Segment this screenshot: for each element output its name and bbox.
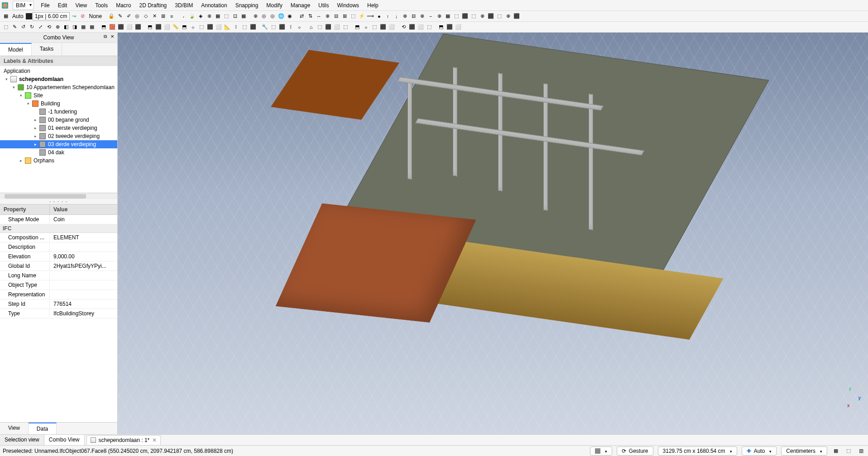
tb1-icon-33[interactable]: ●: [375, 12, 383, 20]
prop-group-ifc[interactable]: IFC: [0, 224, 117, 233]
tb1-icon-48[interactable]: ⊕: [504, 12, 512, 20]
tb1-icon-5[interactable]: ✕: [150, 12, 158, 20]
tb1-icon-14[interactable]: ⬚: [222, 12, 230, 20]
tb1-icon-45[interactable]: ⊕: [478, 12, 486, 20]
tree-item[interactable]: -1 fundering: [0, 108, 117, 116]
tb1-icon-20[interactable]: ◎: [269, 12, 277, 20]
tb2-icon-26[interactable]: ⬜: [215, 23, 223, 31]
tb2-icon-24[interactable]: ⬚: [197, 23, 206, 31]
tb2-icon-10[interactable]: ▦: [88, 23, 96, 31]
tb2-icon-45[interactable]: ⟐: [362, 23, 370, 31]
side-tab-combo-view[interactable]: Combo View: [44, 435, 85, 445]
tb2-icon-53[interactable]: ⬚: [425, 23, 433, 31]
tb2-icon-7[interactable]: ◧: [62, 23, 70, 31]
tb1-icon-2[interactable]: ✐: [125, 12, 133, 20]
tb2-icon-36[interactable]: ⟐: [295, 23, 303, 31]
tb2-icon-55[interactable]: ⬒: [437, 23, 445, 31]
tb1-icon-6[interactable]: ⊞: [159, 12, 167, 20]
tb1-icon-39[interactable]: −: [427, 12, 435, 20]
tb2-icon-14[interactable]: ⬛: [117, 23, 125, 31]
tb1-icon-34[interactable]: ↑: [384, 12, 392, 20]
arrow-icon[interactable]: ↝: [70, 12, 78, 20]
tb2-icon-4[interactable]: ⤢: [36, 23, 44, 31]
menu-help[interactable]: Help: [363, 1, 383, 10]
property-value[interactable]: ELEMENT: [50, 233, 117, 242]
close-tab-icon[interactable]: ✕: [152, 437, 157, 443]
tb2-icon-52[interactable]: ⬜: [417, 23, 425, 31]
property-row[interactable]: TypeIfcBuildingStorey: [0, 309, 117, 318]
menu-file[interactable]: File: [37, 1, 53, 10]
tb1-icon-7[interactable]: ≡: [168, 12, 176, 20]
combo-tab-tasks[interactable]: Tasks: [32, 43, 62, 56]
tb2-icon-27[interactable]: 📐: [223, 23, 231, 31]
prop-tab-view[interactable]: View: [0, 423, 29, 434]
tree-twisty-icon[interactable]: ▸: [18, 158, 24, 163]
tb2-icon-9[interactable]: ▦: [79, 23, 87, 31]
tb1-icon-9[interactable]: ⬪: [179, 12, 187, 20]
tb1-icon-28[interactable]: ⊟: [332, 12, 340, 20]
tb2-icon-44[interactable]: ⬒: [353, 23, 361, 31]
tb2-icon-12[interactable]: ⬒: [100, 23, 108, 31]
tb1-icon-27[interactable]: ⊕: [323, 12, 331, 20]
tb2-icon-8[interactable]: ◨: [71, 23, 79, 31]
tb2-icon-35[interactable]: ⟟: [287, 23, 295, 31]
model-tree[interactable]: Application ▾schependomlaan▾10 Apparteme…: [0, 66, 117, 193]
tb1-icon-44[interactable]: ⬚: [470, 12, 478, 20]
tb1-icon-47[interactable]: ⬚: [495, 12, 504, 20]
tb1-icon-32[interactable]: ⟿: [366, 12, 374, 20]
panel-close-icon[interactable]: ✕: [109, 34, 115, 40]
tb1-icon-19[interactable]: ◎: [260, 12, 268, 20]
tree-item[interactable]: ▸01 eerste verdieping: [0, 124, 117, 132]
tb1-icon-13[interactable]: ▦: [214, 12, 222, 20]
tb1-icon-24[interactable]: ⇄: [297, 12, 306, 20]
tb2-icon-39[interactable]: ⬚: [316, 23, 324, 31]
property-value[interactable]: [50, 242, 117, 252]
tb1-icon-46[interactable]: ⬛: [487, 12, 495, 20]
combo-tab-model[interactable]: Model: [0, 43, 32, 56]
tb2-icon-40[interactable]: ⬛: [324, 23, 332, 31]
menu-modify[interactable]: Modify: [262, 1, 286, 10]
tree-item[interactable]: 04 dak: [0, 148, 117, 157]
property-value[interactable]: 9,000.00: [50, 252, 117, 261]
property-row[interactable]: Composition ...ELEMENT: [0, 233, 117, 242]
menu-snapping[interactable]: Snapping: [231, 1, 263, 10]
property-row[interactable]: Shape ModeCoin: [0, 215, 117, 224]
tb2-icon-46[interactable]: ⬚: [370, 23, 379, 31]
tb2-icon-13[interactable]: 🧱: [108, 23, 116, 31]
tree-item[interactable]: ▾Site: [0, 91, 117, 100]
tb1-icon-38[interactable]: ⊕: [418, 12, 426, 20]
tb1-icon-41[interactable]: ▦: [444, 12, 452, 20]
tree-scrollbar[interactable]: [0, 193, 117, 199]
tree-twisty-icon[interactable]: ▸: [33, 134, 38, 138]
tb2-icon-47[interactable]: ⬛: [379, 23, 387, 31]
property-value[interactable]: IfcBuildingStorey: [50, 309, 117, 318]
panel-float-icon[interactable]: ⧉: [102, 34, 108, 40]
status-icon-2[interactable]: ⬚: [844, 447, 853, 455]
tb2-icon-51[interactable]: ⬛: [408, 23, 416, 31]
property-value[interactable]: 2Hyat1fsPEGfyYPyi...: [50, 261, 117, 271]
tb2-icon-30[interactable]: ⬛: [249, 23, 257, 31]
tb1-icon-10[interactable]: 🍃: [188, 12, 196, 20]
tb1-icon-21[interactable]: 🌐: [277, 12, 285, 20]
tb2-icon-29[interactable]: ⬚: [240, 23, 249, 31]
tb1-icon-26[interactable]: ↔: [315, 12, 323, 20]
property-row[interactable]: Object Type: [0, 280, 117, 290]
tree-item[interactable]: ▸02 tweede verdieping: [0, 132, 117, 140]
menu-edit[interactable]: Edit: [54, 1, 72, 10]
tree-twisty-icon[interactable]: ▾: [25, 101, 31, 106]
tree-item[interactable]: ▸03 derde verdieping: [0, 140, 117, 148]
tb2-icon-56[interactable]: ⬛: [446, 23, 454, 31]
menu-annotation[interactable]: Annotation: [197, 1, 231, 10]
prop-tab-data[interactable]: Data: [29, 423, 57, 434]
tb2-icon-21[interactable]: 📏: [172, 23, 180, 31]
tree-item[interactable]: ▾Building: [0, 100, 117, 108]
tb2-icon-20[interactable]: ⬜: [163, 23, 171, 31]
tb2-icon-50[interactable]: ⟲: [399, 23, 408, 31]
tb1-icon-25[interactable]: ⇅: [306, 12, 314, 20]
tb1-icon-18[interactable]: ⊕: [251, 12, 259, 20]
property-value[interactable]: [50, 280, 117, 290]
tb1-icon-16[interactable]: ▦: [240, 12, 248, 20]
side-tab-selection-view[interactable]: Selection view: [0, 435, 44, 445]
tb2-icon-0[interactable]: ⬚: [2, 23, 10, 31]
tree-twisty-icon[interactable]: ▸: [33, 126, 38, 130]
